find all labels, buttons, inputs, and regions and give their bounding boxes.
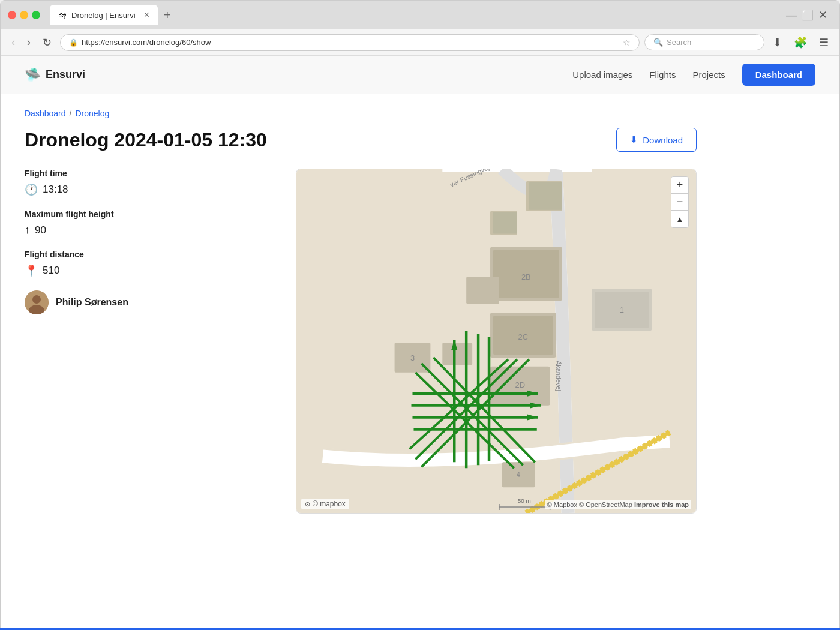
svg-marker-68 bbox=[530, 403, 541, 409]
svg-line-64 bbox=[421, 359, 529, 467]
close-button[interactable] bbox=[8, 11, 16, 19]
tab-bar: 🛩 Dronelog | Ensurvi × + bbox=[50, 5, 781, 25]
tab-favicon: 🛩 bbox=[58, 10, 67, 20]
close-window-button[interactable]: ✕ bbox=[818, 8, 827, 22]
menu-button[interactable]: ☰ bbox=[815, 34, 832, 52]
max-height-text: 90 bbox=[35, 224, 46, 236]
improve-map-link[interactable]: Improve this map bbox=[634, 501, 689, 508]
flight-path-svg bbox=[296, 169, 696, 513]
svg-marker-69 bbox=[527, 415, 538, 421]
site-nav: 🛸 Ensurvi Upload images Flights Projects… bbox=[1, 56, 839, 94]
max-height-section: Maximum flight height ↑ 90 bbox=[25, 209, 277, 236]
tab-close-icon[interactable]: × bbox=[144, 10, 149, 20]
maximize-button[interactable] bbox=[32, 11, 40, 19]
svg-marker-67 bbox=[527, 391, 538, 397]
breadcrumb-current[interactable]: Dronelog bbox=[75, 109, 109, 118]
flight-distance-section: Flight distance 📍 510 bbox=[25, 250, 277, 277]
map-logo: ⊙ © mapbox bbox=[301, 499, 349, 509]
window-controls bbox=[8, 11, 40, 19]
logo-icon: 🛸 bbox=[25, 67, 41, 83]
minimize-button[interactable] bbox=[20, 11, 28, 19]
map-controls: + − ▲ bbox=[671, 176, 689, 228]
map-background: 2B 2C 2D 1 bbox=[296, 169, 696, 513]
search-bar[interactable]: 🔍 Search bbox=[644, 34, 764, 50]
svg-point-1 bbox=[32, 295, 41, 304]
attribution-text: © Mapbox © OpenStreetMap bbox=[547, 501, 632, 508]
bottom-bar bbox=[1, 628, 839, 629]
breadcrumb: Dashboard / Dronelog bbox=[25, 109, 697, 118]
map-container: 2B 2C 2D 1 bbox=[296, 169, 697, 514]
active-tab[interactable]: 🛩 Dronelog | Ensurvi × bbox=[50, 5, 158, 25]
url-text: https://ensurvi.com/dronelog/60/show bbox=[82, 38, 619, 47]
compass-button[interactable]: ▲ bbox=[671, 211, 688, 227]
page-header: Dronelog 2024-01-05 12:30 ⬇ Download bbox=[25, 128, 697, 152]
extensions-button[interactable]: 🧩 bbox=[790, 34, 811, 52]
svg-line-62 bbox=[433, 358, 535, 462]
mapbox-logo-text: © mapbox bbox=[313, 500, 346, 508]
avatar-image bbox=[25, 290, 49, 314]
clock-icon: 🕐 bbox=[25, 183, 38, 196]
zoom-in-button[interactable]: + bbox=[671, 177, 688, 194]
browser-toolbar: ‹ › ↻ 🔒 https://ensurvi.com/dronelog/60/… bbox=[1, 29, 839, 56]
flight-distance-value: 📍 510 bbox=[25, 264, 277, 277]
download-icon: ⬇ bbox=[630, 134, 638, 145]
security-icon: 🔒 bbox=[69, 38, 78, 47]
content-grid: Flight time 🕐 13:18 Maximum flight heigh… bbox=[25, 169, 697, 514]
pilot-section: Philip Sørensen bbox=[25, 290, 277, 314]
flight-distance-text: 510 bbox=[43, 265, 59, 277]
page-content: 🛸 Ensurvi Upload images Flights Projects… bbox=[1, 56, 839, 629]
info-panel: Flight time 🕐 13:18 Maximum flight heigh… bbox=[25, 169, 277, 314]
restore-window-button[interactable]: ⬜ bbox=[802, 10, 814, 21]
address-bar[interactable]: 🔒 https://ensurvi.com/dronelog/60/show ☆ bbox=[60, 34, 640, 51]
max-height-value: ↑ 90 bbox=[25, 224, 277, 236]
flight-time-label: Flight time bbox=[25, 169, 277, 178]
download-button[interactable]: ⬇ Download bbox=[616, 128, 697, 152]
map-attribution: © Mapbox © OpenStreetMap Improve this ma… bbox=[545, 500, 691, 509]
tab-title-text: Dronelog | Ensurvi bbox=[71, 11, 139, 20]
download-label: Download bbox=[643, 135, 683, 145]
forward-button[interactable]: › bbox=[23, 34, 34, 51]
reload-button[interactable]: ↻ bbox=[39, 34, 55, 52]
breadcrumb-separator: / bbox=[70, 109, 72, 118]
svg-marker-66 bbox=[451, 340, 457, 350]
zoom-out-button[interactable]: − bbox=[671, 194, 688, 211]
dashboard-button[interactable]: Dashboard bbox=[742, 64, 815, 86]
flight-time-value: 🕐 13:18 bbox=[25, 183, 277, 196]
pilot-name: Philip Sørensen bbox=[56, 297, 128, 308]
search-icon: 🔍 bbox=[653, 38, 663, 47]
nav-flights[interactable]: Flights bbox=[649, 70, 676, 80]
pilot-avatar bbox=[25, 290, 49, 314]
flight-distance-label: Flight distance bbox=[25, 250, 277, 259]
bookmark-icon[interactable]: ☆ bbox=[623, 38, 631, 47]
minimize-window-button[interactable]: — bbox=[786, 9, 797, 22]
mapbox-logo-icon: ⊙ bbox=[305, 500, 310, 508]
svg-line-61 bbox=[421, 364, 523, 465]
main-container: Dashboard / Dronelog Dronelog 2024-01-05… bbox=[1, 94, 721, 538]
new-tab-button[interactable]: + bbox=[160, 8, 175, 22]
nav-upload-images[interactable]: Upload images bbox=[572, 70, 632, 80]
max-height-label: Maximum flight height bbox=[25, 209, 277, 219]
flight-time-section: Flight time 🕐 13:18 bbox=[25, 169, 277, 196]
browser-titlebar: 🛩 Dronelog | Ensurvi × + — ⬜ ✕ bbox=[1, 1, 839, 29]
downloads-button[interactable]: ⬇ bbox=[769, 34, 785, 52]
flight-time-text: 13:18 bbox=[43, 184, 68, 196]
page-title: Dronelog 2024-01-05 12:30 bbox=[25, 129, 267, 151]
site-logo[interactable]: 🛸 Ensurvi bbox=[25, 67, 85, 83]
arrow-up-icon: ↑ bbox=[25, 224, 30, 236]
logo-text: Ensurvi bbox=[46, 68, 85, 81]
nav-links: Upload images Flights Projects Dashboard bbox=[572, 64, 815, 86]
breadcrumb-home[interactable]: Dashboard bbox=[25, 109, 66, 118]
svg-line-60 bbox=[415, 373, 514, 468]
back-button[interactable]: ‹ bbox=[8, 34, 19, 51]
distance-icon: 📍 bbox=[25, 264, 38, 277]
search-placeholder: Search bbox=[667, 38, 691, 47]
nav-projects[interactable]: Projects bbox=[692, 70, 725, 80]
